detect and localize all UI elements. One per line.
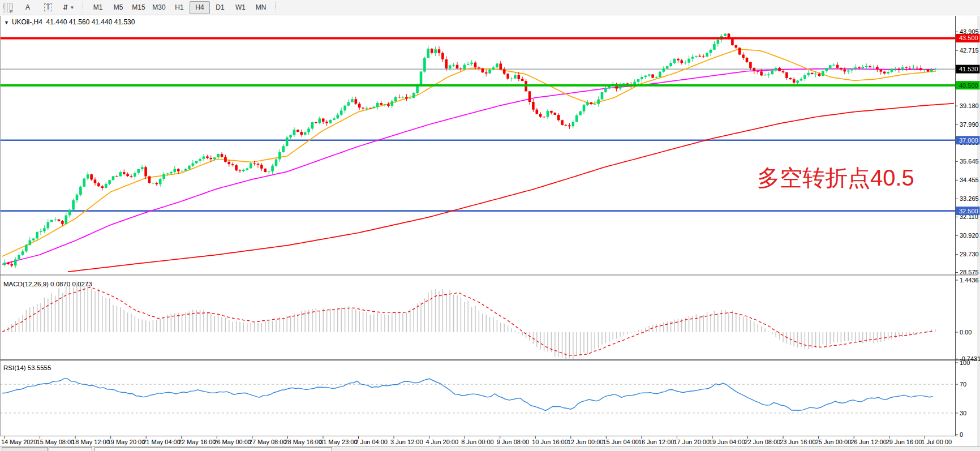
tf-button-h4[interactable]: H4 bbox=[190, 1, 210, 14]
axes: 43.90542.71540.37039.18037.99036.83535.6… bbox=[0, 16, 980, 451]
svg-text:21 May 04:00: 21 May 04:00 bbox=[143, 439, 180, 445]
svg-text:28.575: 28.575 bbox=[960, 269, 979, 276]
svg-text:8 Jun 00:00: 8 Jun 00:00 bbox=[461, 439, 494, 445]
macd-plot bbox=[2, 281, 935, 359]
svg-text:37.990: 37.990 bbox=[960, 121, 979, 128]
svg-text:42.715: 42.715 bbox=[960, 47, 979, 54]
toolbar-separator bbox=[275, 2, 276, 12]
tf-button-m5[interactable]: M5 bbox=[108, 1, 128, 14]
svg-text:30: 30 bbox=[960, 410, 966, 416]
svg-text:43.500: 43.500 bbox=[959, 35, 978, 41]
svg-text:0.00: 0.00 bbox=[960, 329, 972, 336]
tf-button-h1[interactable]: H1 bbox=[169, 1, 190, 14]
tf-button-m1[interactable]: M1 bbox=[88, 1, 108, 14]
chevron-down-icon: ▼ bbox=[70, 5, 75, 10]
svg-text:27 May 08:00: 27 May 08:00 bbox=[249, 439, 287, 445]
tf-button-m15[interactable]: M15 bbox=[128, 1, 149, 14]
macd-indicator-label: MACD(12,26,9) 0.0870 0.0273 bbox=[3, 281, 92, 287]
svg-text:2 Jun 04:00: 2 Jun 04:00 bbox=[355, 439, 388, 445]
text-tool-button[interactable]: T bbox=[38, 1, 58, 14]
svg-text:15 Jun 04:00: 15 Jun 04:00 bbox=[603, 439, 639, 445]
svg-text:32.500: 32.500 bbox=[959, 208, 978, 214]
svg-text:30.920: 30.920 bbox=[960, 232, 979, 239]
svg-text:1.4436: 1.4436 bbox=[960, 277, 979, 284]
chart-tab[interactable] bbox=[49, 447, 92, 451]
svg-text:23 Jun 16:00: 23 Jun 16:00 bbox=[780, 439, 816, 445]
tf-button-mn[interactable]: MN bbox=[251, 1, 271, 14]
svg-text:39.180: 39.180 bbox=[960, 102, 979, 109]
tf-button-w1[interactable]: W1 bbox=[230, 1, 251, 14]
svg-text:22 May 16:00: 22 May 16:00 bbox=[178, 439, 216, 445]
cursor-a-button[interactable]: A bbox=[18, 1, 38, 14]
tf-button-m30[interactable]: M30 bbox=[149, 1, 169, 14]
svg-text:16 Jun 12:00: 16 Jun 12:00 bbox=[638, 439, 674, 445]
svg-text:70: 70 bbox=[960, 381, 966, 388]
rsi-indicator-label: RSI(14) 53.5555 bbox=[3, 364, 51, 371]
svg-text:19 May 20:00: 19 May 20:00 bbox=[108, 439, 145, 445]
svg-text:26 Jun 12:00: 26 Jun 12:00 bbox=[850, 439, 887, 445]
chart-window: ▼UKOil-,H4 41.440 41.560 41.440 41.530 4… bbox=[0, 16, 980, 451]
svg-text:4 Jun 20:00: 4 Jun 20:00 bbox=[426, 439, 459, 445]
candlestick-plot bbox=[0, 33, 955, 272]
svg-text:40.500: 40.500 bbox=[959, 82, 978, 89]
svg-text:29.730: 29.730 bbox=[960, 251, 979, 257]
toolbar-separator bbox=[83, 2, 84, 12]
cursor-a-label: A bbox=[25, 3, 30, 11]
chart-title: ▼UKOil-,H4 41.440 41.560 41.440 41.530 bbox=[4, 18, 135, 26]
svg-text:19 Jun 04:00: 19 Jun 04:00 bbox=[709, 439, 745, 445]
text-tool-label: T bbox=[44, 3, 51, 11]
svg-text:37.000: 37.000 bbox=[959, 137, 978, 144]
svg-text:34.455: 34.455 bbox=[960, 177, 979, 183]
svg-text:22 Jun 08:00: 22 Jun 08:00 bbox=[745, 439, 781, 445]
svg-text:14 May 2020: 14 May 2020 bbox=[1, 439, 37, 445]
collapse-triangle-icon[interactable]: ▼ bbox=[4, 20, 9, 25]
svg-text:18 May 12:00: 18 May 12:00 bbox=[72, 439, 110, 445]
rsi-plot bbox=[0, 379, 955, 413]
ohlc-values: 41.440 41.560 41.440 41.530 bbox=[46, 18, 135, 26]
svg-text:28 May 16:00: 28 May 16:00 bbox=[284, 439, 322, 445]
chart-tab[interactable] bbox=[2, 447, 48, 451]
arrows-icon: ⇵ bbox=[63, 3, 68, 11]
arrows-dropdown-button[interactable]: ⇵▼ bbox=[58, 1, 79, 14]
svg-text:10 Jun 16:00: 10 Jun 16:00 bbox=[532, 439, 568, 445]
toolbar: F A T ⇵▼ M1M5M15M30H1H4D1W1MN bbox=[0, 0, 980, 15]
tf-button-d1[interactable]: D1 bbox=[210, 1, 230, 14]
svg-text:0: 0 bbox=[960, 431, 963, 438]
svg-text:15 May 08:00: 15 May 08:00 bbox=[37, 439, 75, 445]
svg-text:3 Jun 12:00: 3 Jun 12:00 bbox=[390, 439, 423, 445]
chart-tab[interactable] bbox=[94, 447, 332, 451]
svg-text:41.530: 41.530 bbox=[959, 66, 978, 72]
chart-tabs-strip bbox=[0, 446, 980, 451]
timeframe-buttons: M1M5M15M30H1H4D1W1MN bbox=[88, 1, 271, 14]
svg-text:17 Jun 20:00: 17 Jun 20:00 bbox=[673, 439, 710, 445]
svg-text:35.645: 35.645 bbox=[960, 158, 979, 165]
symbol-period-label: UKOil-,H4 bbox=[12, 18, 42, 26]
toolbar-grip-label: F bbox=[10, 10, 12, 14]
toolbar-grip-icon[interactable]: F bbox=[3, 3, 13, 12]
svg-text:26 May 00:00: 26 May 00:00 bbox=[213, 439, 251, 445]
svg-text:100: 100 bbox=[960, 359, 970, 366]
chart-canvas[interactable]: 43.90542.71540.37039.18037.99036.83535.6… bbox=[0, 16, 980, 451]
svg-text:1 Jul 00:00: 1 Jul 00:00 bbox=[921, 439, 952, 445]
svg-text:25 Jun 00:00: 25 Jun 00:00 bbox=[815, 439, 852, 445]
svg-text:9 Jun 08:00: 9 Jun 08:00 bbox=[497, 439, 530, 445]
annotation-text: 多空转折点40.5 bbox=[757, 165, 914, 190]
svg-text:29 Jun 16:00: 29 Jun 16:00 bbox=[886, 439, 922, 445]
svg-text:12 Jun 00:00: 12 Jun 00:00 bbox=[568, 439, 604, 445]
svg-text:31 May 23:00: 31 May 23:00 bbox=[320, 439, 358, 445]
svg-text:33.265: 33.265 bbox=[960, 195, 979, 202]
